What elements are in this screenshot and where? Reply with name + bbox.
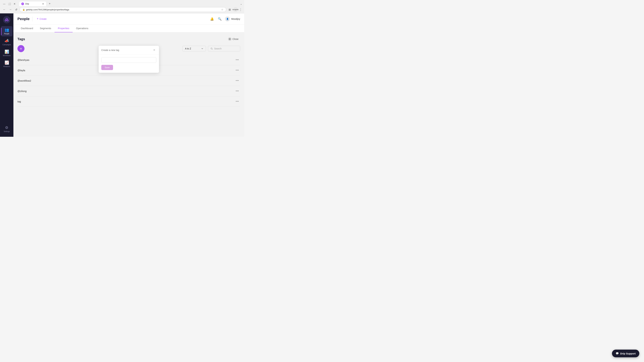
modal-title: Create a new tag xyxy=(101,49,119,51)
sidebar-item-analytics-label: Analytics xyxy=(3,65,10,67)
new-tab-btn[interactable]: + xyxy=(48,1,52,6)
close-button[interactable]: Close xyxy=(226,36,240,42)
campaigns-icon: 📣 xyxy=(4,39,9,43)
tag-row: @workflow2 ••• xyxy=(18,76,240,86)
tab-operations[interactable]: Operations xyxy=(72,24,92,32)
top-header: People + Create 🔔 🔍 👤 Moodjoy xyxy=(14,13,244,24)
back-btn[interactable]: ← xyxy=(2,8,7,11)
tag-menu-btn-beshyas[interactable]: ••• xyxy=(234,57,240,62)
tab-navigation: Dashboard Segments Properties Operations xyxy=(14,24,244,32)
sidebar-item-analytics[interactable]: 📈 Analytics xyxy=(1,59,12,69)
sidebar-logo[interactable] xyxy=(3,16,10,23)
app-layout: 👥 People 📣 Campaigns 📊 Workflows 📈 Analy… xyxy=(0,13,244,137)
add-tag-button[interactable]: + xyxy=(18,45,24,52)
page-title: People xyxy=(18,17,30,21)
search-icon xyxy=(210,47,213,50)
tab-favicon: D xyxy=(21,2,24,5)
tag-name-zilong: @zilong xyxy=(18,90,234,92)
sidebar-item-settings[interactable]: ⚙ Settings xyxy=(1,124,12,134)
tab-close-btn[interactable]: ✕ xyxy=(42,2,44,5)
svg-point-1 xyxy=(5,20,6,21)
tag-name-tag: tag xyxy=(18,100,234,103)
sort-chevron-icon xyxy=(201,47,204,50)
browser-profile-btn[interactable]: Incognito xyxy=(233,7,238,12)
user-menu-btn[interactable]: 👤 Moodjoy xyxy=(225,16,240,21)
tag-menu-btn-zilong[interactable]: ••• xyxy=(234,89,240,93)
sort-selected-value: A to Z xyxy=(185,47,191,50)
modal-save-btn[interactable]: Save xyxy=(101,65,113,70)
forward-btn[interactable]: → xyxy=(8,8,13,11)
refresh-btn[interactable]: ↺ xyxy=(14,8,18,11)
browser-titlebar: — ⬜ ✕ D Drip ✕ + ⌄ xyxy=(0,0,244,6)
sidebar-item-campaigns[interactable]: 📣 Campaigns xyxy=(1,37,12,47)
modal-close-btn[interactable]: ✕ xyxy=(152,48,156,52)
search-btn[interactable]: 🔍 xyxy=(217,16,222,21)
tag-menu-btn-tag[interactable]: ••• xyxy=(234,99,240,104)
browser-chrome: — ⬜ ✕ D Drip ✕ + ⌄ ← → ↺ 🔒 getdrip.com/7… xyxy=(0,0,244,13)
notification-btn[interactable]: 🔔 xyxy=(210,16,214,21)
bookmark-icon[interactable]: ☆ xyxy=(221,8,224,11)
new-tag-input[interactable] xyxy=(101,57,156,63)
people-icon: 👥 xyxy=(4,28,9,32)
tab-segments[interactable]: Segments xyxy=(36,24,54,32)
create-tag-modal: Create a new tag ✕ Save xyxy=(98,46,159,73)
tab-dashboard[interactable]: Dashboard xyxy=(18,24,36,32)
header-actions: 🔔 🔍 👤 Moodjoy xyxy=(210,16,240,21)
sidebar-item-campaigns-label: Campaigns xyxy=(2,44,11,45)
tag-name-workflow2: @workflow2 xyxy=(18,79,234,82)
create-button[interactable]: + Create xyxy=(35,16,48,22)
browser-controls: ← → ↺ 🔒 getdrip.com/7641396/people/prope… xyxy=(0,6,244,13)
tags-header: Tags Close xyxy=(18,36,240,42)
add-tag-plus-icon: + xyxy=(20,46,22,51)
modal-body: Save xyxy=(98,54,159,73)
user-icon: 👤 xyxy=(226,18,229,20)
window-minimize-btn[interactable]: — xyxy=(2,2,6,5)
browser-actions: ⊞ Incognito ⋮ xyxy=(228,7,242,12)
user-name: Moodjoy xyxy=(231,17,240,20)
browser-tab-drip[interactable]: D Drip ✕ xyxy=(19,1,46,6)
sidebar: 👥 People 📣 Campaigns 📊 Workflows 📈 Analy… xyxy=(0,13,14,137)
window-maximize-btn[interactable]: ⬜ xyxy=(7,2,12,5)
svg-point-2 xyxy=(7,20,8,21)
tag-row: @zilong ••• xyxy=(18,86,240,96)
analytics-icon: 📈 xyxy=(4,60,9,65)
settings-icon: ⚙ xyxy=(5,125,8,130)
sidebar-item-people-label: People xyxy=(4,33,9,35)
sidebar-item-workflows-label: Workflows xyxy=(3,55,10,56)
tags-title: Tags xyxy=(18,37,226,41)
svg-line-6 xyxy=(212,49,213,50)
browser-menu-btn[interactable]: ⋮ xyxy=(239,8,242,11)
tab-title: Drip xyxy=(25,3,29,5)
extensions-icon[interactable]: ⊞ xyxy=(228,8,232,11)
window-close-btn[interactable]: ✕ xyxy=(12,2,16,5)
search-input[interactable] xyxy=(214,47,238,50)
workflows-icon: 📊 xyxy=(4,50,9,54)
svg-point-5 xyxy=(211,48,212,49)
tag-row: tag ••• xyxy=(18,96,240,107)
close-icon xyxy=(228,37,232,41)
sidebar-settings-label: Settings xyxy=(4,131,10,132)
url-text: getdrip.com/7641396/people/properties#ta… xyxy=(26,8,220,11)
address-bar[interactable]: 🔒 getdrip.com/7641396/people/properties#… xyxy=(20,7,226,12)
browser-chevron-icon: ⌄ xyxy=(240,2,242,5)
search-input-wrapper xyxy=(208,46,240,51)
modal-header: Create a new tag ✕ xyxy=(98,46,159,54)
ssl-lock-icon: 🔒 xyxy=(22,8,25,11)
sidebar-item-people[interactable]: 👥 People xyxy=(1,26,12,36)
tags-section: Tags Close + A to Z xyxy=(14,32,244,137)
close-label: Close xyxy=(232,38,238,40)
main-content: People + Create 🔔 🔍 👤 Moodjoy xyxy=(14,13,244,137)
sidebar-item-workflows[interactable]: 📊 Workflows xyxy=(1,48,12,58)
profile-label: Incognito xyxy=(232,9,239,10)
window-controls: — ⬜ ✕ xyxy=(2,2,16,5)
create-label: Create xyxy=(40,17,46,20)
avatar: 👤 xyxy=(225,16,230,21)
sort-dropdown[interactable]: A to Z xyxy=(182,46,206,51)
tag-menu-btn-layla[interactable]: ••• xyxy=(234,68,240,73)
tag-menu-btn-workflow2[interactable]: ••• xyxy=(234,78,240,83)
tab-properties[interactable]: Properties xyxy=(54,24,72,32)
create-plus-icon: + xyxy=(37,17,38,21)
